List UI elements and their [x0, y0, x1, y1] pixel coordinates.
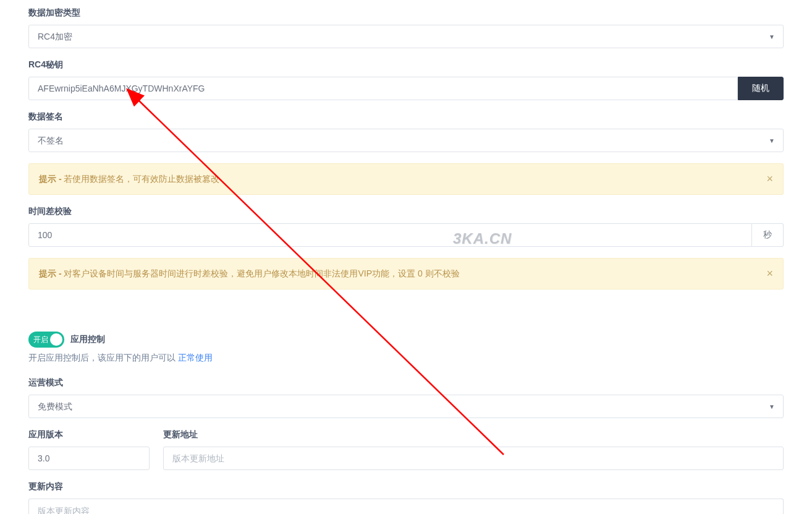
updateurl-label: 更新地址 [163, 429, 784, 440]
updateurl-input[interactable] [163, 447, 784, 470]
encryption-type-select[interactable]: RC4加密 [28, 25, 784, 48]
signature-select[interactable]: 不签名 [28, 129, 784, 152]
updatecontent-label: 更新内容 [28, 481, 784, 492]
version-input[interactable] [28, 447, 150, 470]
app-control-title: 应用控制 [70, 334, 105, 345]
rc4-key-label: RC4秘钥 [28, 59, 784, 71]
seconds-suffix: 秒 [752, 223, 784, 247]
tip-prefix: 提示 - [39, 174, 64, 184]
updatecontent-input[interactable] [28, 499, 784, 514]
mode-select[interactable]: 免费模式 [28, 395, 784, 418]
random-button[interactable]: 随机 [738, 77, 784, 100]
timecheck-input[interactable] [28, 223, 752, 247]
app-control-desc: 开启应用控制后，该应用下的用户可以 [28, 353, 178, 362]
app-control-toggle[interactable]: 开启 [28, 332, 64, 348]
close-icon[interactable]: × [766, 173, 773, 186]
timecheck-label: 时间差校验 [28, 206, 784, 217]
tip-prefix: 提示 - [39, 268, 64, 278]
rc4-key-input[interactable] [28, 77, 738, 100]
toggle-on-label: 开启 [33, 335, 48, 345]
toggle-knob [50, 333, 62, 346]
encryption-type-label: 数据加密类型 [28, 7, 784, 19]
timecheck-tip-alert: 提示 - 对客户设备时间与服务器时间进行时差校验，避免用户修改本地时间非法使用V… [28, 258, 784, 289]
signature-tip-text: 若使用数据签名，可有效防止数据被篡改 [64, 174, 219, 184]
timecheck-tip-text: 对客户设备时间与服务器时间进行时差校验，避免用户修改本地时间非法使用VIP功能，… [64, 268, 459, 278]
signature-tip-alert: 提示 - 若使用数据签名，可有效防止数据被篡改 × [28, 163, 784, 195]
version-label: 应用版本 [28, 429, 150, 440]
mode-label: 运营模式 [28, 377, 784, 388]
signature-label: 数据签名 [28, 111, 784, 122]
app-control-highlight: 正常使用 [178, 353, 213, 362]
close-icon[interactable]: × [766, 267, 773, 280]
